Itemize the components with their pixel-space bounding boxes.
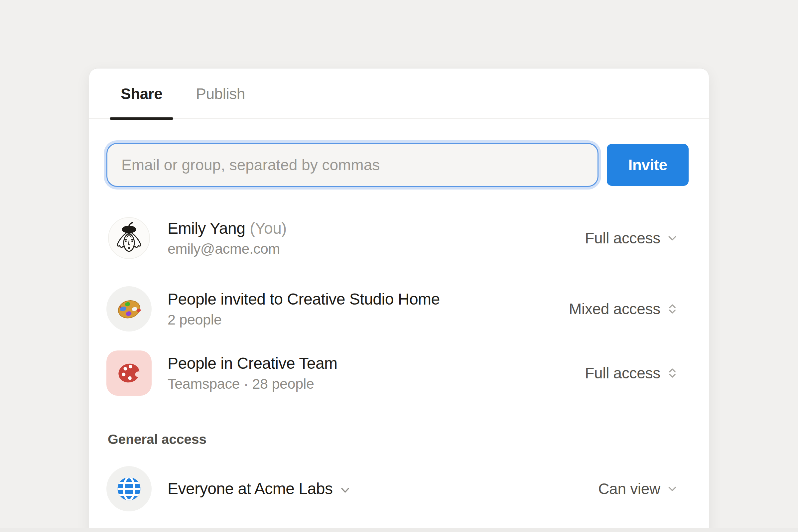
globe-icon — [115, 474, 143, 503]
share-dialog: Share Publish Invite — [89, 69, 709, 532]
globe-avatar — [107, 466, 152, 511]
tab-share-label: Share — [121, 85, 162, 103]
invite-bar: Invite — [89, 119, 709, 212]
palette-icon — [114, 294, 144, 324]
member-name-text: People invited to Creative Studio Home — [168, 290, 440, 309]
member-info: People in Creative Team Teamspace · 28 p… — [168, 354, 338, 392]
chevron-down-icon — [666, 232, 678, 244]
red-palette-icon — [114, 358, 144, 388]
general-access-info: Everyone at Acme Labs — [168, 479, 352, 498]
access-label: Full access — [585, 229, 660, 247]
chevron-up-down-icon — [666, 303, 678, 315]
dialog-header: Share Publish — [89, 69, 709, 119]
access-dropdown-general[interactable]: Can view — [598, 480, 678, 498]
member-you-suffix: (You) — [250, 219, 286, 238]
member-info: Emily Yang (You) emily@acme.com — [168, 219, 287, 258]
workspace-scope-label: Everyone at Acme Labs — [168, 479, 332, 498]
screenshot-bottom-edge — [0, 528, 798, 532]
member-row-teamspace[interactable]: People in Creative Team Teamspace · 28 p… — [107, 350, 678, 396]
member-name-text: Emily Yang — [168, 219, 245, 238]
member-email: emily@acme.com — [168, 240, 287, 258]
tab-share[interactable]: Share — [110, 69, 173, 119]
invite-button[interactable]: Invite — [607, 144, 689, 186]
member-name: People invited to Creative Studio Home — [168, 290, 440, 309]
access-label: Can view — [598, 480, 660, 498]
access-dropdown-emily[interactable]: Full access — [585, 229, 678, 247]
email-input[interactable] — [107, 143, 598, 187]
tab-bar: Share Publish — [110, 69, 256, 119]
general-access-heading: General access — [108, 432, 207, 447]
member-count: 2 people — [168, 311, 440, 328]
palette-emoji-avatar — [107, 286, 152, 331]
person-doodle-icon — [110, 220, 148, 257]
member-name-text: People in Creative Team — [168, 354, 338, 373]
tab-publish-label: Publish — [196, 85, 245, 103]
member-info: People invited to Creative Studio Home 2… — [168, 290, 440, 328]
chevron-up-down-icon — [666, 367, 678, 379]
member-row-emily[interactable]: Emily Yang (You) emily@acme.com Full acc… — [107, 215, 678, 261]
member-name: People in Creative Team — [168, 354, 338, 373]
access-dropdown-invited-group[interactable]: Mixed access — [569, 300, 678, 318]
person-doodle-avatar — [108, 217, 150, 259]
tab-publish[interactable]: Publish — [185, 69, 256, 119]
chevron-down-icon — [666, 483, 678, 495]
general-access-row[interactable]: Everyone at Acme Labs Can view — [107, 466, 678, 511]
teamspace-meta: Teamspace · 28 people — [168, 375, 338, 392]
access-label: Full access — [585, 364, 660, 382]
teamspace-palette-avatar — [107, 350, 152, 396]
member-name: Emily Yang (You) — [168, 219, 287, 238]
workspace-scope-dropdown[interactable]: Everyone at Acme Labs — [168, 479, 352, 498]
chevron-down-icon[interactable] — [339, 483, 352, 497]
access-dropdown-teamspace[interactable]: Full access — [585, 364, 678, 382]
member-row-invited-group[interactable]: People invited to Creative Studio Home 2… — [107, 286, 678, 331]
access-label: Mixed access — [569, 300, 660, 318]
